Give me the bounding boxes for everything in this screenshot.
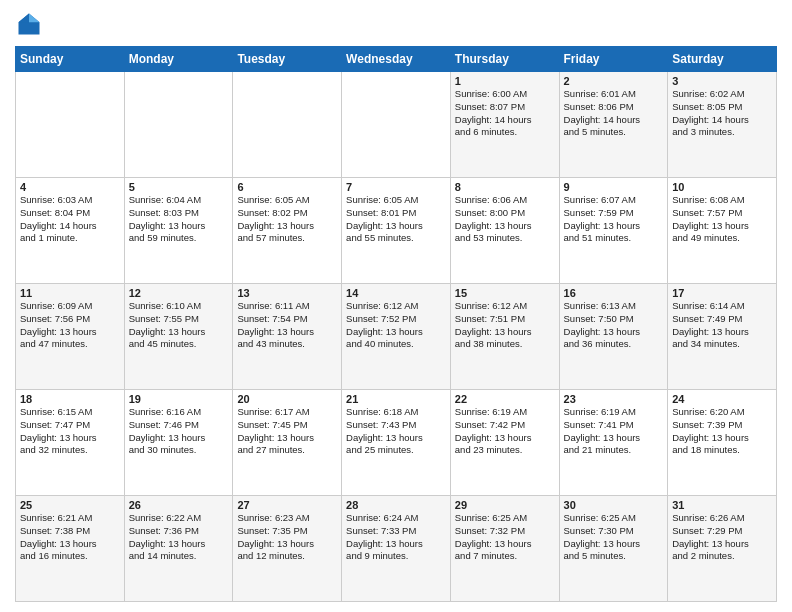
weekday-friday: Friday [559,47,668,72]
day-info: Sunrise: 6:13 AMSunset: 7:50 PMDaylight:… [564,300,664,351]
day-cell: 23Sunrise: 6:19 AMSunset: 7:41 PMDayligh… [559,390,668,496]
day-cell: 8Sunrise: 6:06 AMSunset: 8:00 PMDaylight… [450,178,559,284]
day-number: 29 [455,499,555,511]
week-row-1: 1Sunrise: 6:00 AMSunset: 8:07 PMDaylight… [16,72,777,178]
day-number: 27 [237,499,337,511]
day-info: Sunrise: 6:02 AMSunset: 8:05 PMDaylight:… [672,88,772,139]
day-number: 9 [564,181,664,193]
day-number: 28 [346,499,446,511]
day-number: 4 [20,181,120,193]
day-cell: 14Sunrise: 6:12 AMSunset: 7:52 PMDayligh… [342,284,451,390]
weekday-monday: Monday [124,47,233,72]
svg-marker-1 [29,14,40,23]
day-info: Sunrise: 6:14 AMSunset: 7:49 PMDaylight:… [672,300,772,351]
day-number: 24 [672,393,772,405]
day-number: 21 [346,393,446,405]
day-cell [233,72,342,178]
day-info: Sunrise: 6:09 AMSunset: 7:56 PMDaylight:… [20,300,120,351]
day-cell: 15Sunrise: 6:12 AMSunset: 7:51 PMDayligh… [450,284,559,390]
weekday-saturday: Saturday [668,47,777,72]
day-cell: 18Sunrise: 6:15 AMSunset: 7:47 PMDayligh… [16,390,125,496]
day-number: 31 [672,499,772,511]
weekday-header-row: SundayMondayTuesdayWednesdayThursdayFrid… [16,47,777,72]
week-row-4: 18Sunrise: 6:15 AMSunset: 7:47 PMDayligh… [16,390,777,496]
header [15,10,777,38]
day-info: Sunrise: 6:23 AMSunset: 7:35 PMDaylight:… [237,512,337,563]
day-cell: 9Sunrise: 6:07 AMSunset: 7:59 PMDaylight… [559,178,668,284]
day-info: Sunrise: 6:06 AMSunset: 8:00 PMDaylight:… [455,194,555,245]
day-info: Sunrise: 6:24 AMSunset: 7:33 PMDaylight:… [346,512,446,563]
day-cell: 10Sunrise: 6:08 AMSunset: 7:57 PMDayligh… [668,178,777,284]
day-number: 10 [672,181,772,193]
day-info: Sunrise: 6:12 AMSunset: 7:51 PMDaylight:… [455,300,555,351]
day-number: 16 [564,287,664,299]
day-number: 17 [672,287,772,299]
day-cell: 17Sunrise: 6:14 AMSunset: 7:49 PMDayligh… [668,284,777,390]
day-info: Sunrise: 6:00 AMSunset: 8:07 PMDaylight:… [455,88,555,139]
day-info: Sunrise: 6:19 AMSunset: 7:42 PMDaylight:… [455,406,555,457]
svg-marker-2 [19,14,30,23]
logo [15,10,47,38]
day-info: Sunrise: 6:12 AMSunset: 7:52 PMDaylight:… [346,300,446,351]
day-number: 6 [237,181,337,193]
day-cell: 20Sunrise: 6:17 AMSunset: 7:45 PMDayligh… [233,390,342,496]
day-cell: 31Sunrise: 6:26 AMSunset: 7:29 PMDayligh… [668,496,777,602]
day-cell: 12Sunrise: 6:10 AMSunset: 7:55 PMDayligh… [124,284,233,390]
day-cell: 28Sunrise: 6:24 AMSunset: 7:33 PMDayligh… [342,496,451,602]
day-number: 18 [20,393,120,405]
day-info: Sunrise: 6:05 AMSunset: 8:02 PMDaylight:… [237,194,337,245]
week-row-2: 4Sunrise: 6:03 AMSunset: 8:04 PMDaylight… [16,178,777,284]
day-cell: 4Sunrise: 6:03 AMSunset: 8:04 PMDaylight… [16,178,125,284]
day-cell: 6Sunrise: 6:05 AMSunset: 8:02 PMDaylight… [233,178,342,284]
day-info: Sunrise: 6:03 AMSunset: 8:04 PMDaylight:… [20,194,120,245]
day-number: 1 [455,75,555,87]
day-cell: 21Sunrise: 6:18 AMSunset: 7:43 PMDayligh… [342,390,451,496]
day-number: 13 [237,287,337,299]
day-info: Sunrise: 6:04 AMSunset: 8:03 PMDaylight:… [129,194,229,245]
day-cell: 1Sunrise: 6:00 AMSunset: 8:07 PMDaylight… [450,72,559,178]
weekday-sunday: Sunday [16,47,125,72]
day-info: Sunrise: 6:18 AMSunset: 7:43 PMDaylight:… [346,406,446,457]
week-row-5: 25Sunrise: 6:21 AMSunset: 7:38 PMDayligh… [16,496,777,602]
day-cell [16,72,125,178]
day-info: Sunrise: 6:25 AMSunset: 7:32 PMDaylight:… [455,512,555,563]
day-cell [342,72,451,178]
day-cell: 7Sunrise: 6:05 AMSunset: 8:01 PMDaylight… [342,178,451,284]
day-cell [124,72,233,178]
day-number: 19 [129,393,229,405]
day-cell: 22Sunrise: 6:19 AMSunset: 7:42 PMDayligh… [450,390,559,496]
day-number: 30 [564,499,664,511]
day-cell: 27Sunrise: 6:23 AMSunset: 7:35 PMDayligh… [233,496,342,602]
day-info: Sunrise: 6:20 AMSunset: 7:39 PMDaylight:… [672,406,772,457]
day-info: Sunrise: 6:15 AMSunset: 7:47 PMDaylight:… [20,406,120,457]
day-cell: 24Sunrise: 6:20 AMSunset: 7:39 PMDayligh… [668,390,777,496]
day-info: Sunrise: 6:11 AMSunset: 7:54 PMDaylight:… [237,300,337,351]
day-cell: 29Sunrise: 6:25 AMSunset: 7:32 PMDayligh… [450,496,559,602]
day-number: 5 [129,181,229,193]
page: SundayMondayTuesdayWednesdayThursdayFrid… [0,0,792,612]
day-number: 2 [564,75,664,87]
day-number: 11 [20,287,120,299]
day-info: Sunrise: 6:16 AMSunset: 7:46 PMDaylight:… [129,406,229,457]
day-cell: 13Sunrise: 6:11 AMSunset: 7:54 PMDayligh… [233,284,342,390]
day-cell: 25Sunrise: 6:21 AMSunset: 7:38 PMDayligh… [16,496,125,602]
day-info: Sunrise: 6:17 AMSunset: 7:45 PMDaylight:… [237,406,337,457]
calendar-table: SundayMondayTuesdayWednesdayThursdayFrid… [15,46,777,602]
day-cell: 2Sunrise: 6:01 AMSunset: 8:06 PMDaylight… [559,72,668,178]
day-number: 12 [129,287,229,299]
day-number: 3 [672,75,772,87]
weekday-wednesday: Wednesday [342,47,451,72]
day-info: Sunrise: 6:07 AMSunset: 7:59 PMDaylight:… [564,194,664,245]
day-number: 20 [237,393,337,405]
day-cell: 16Sunrise: 6:13 AMSunset: 7:50 PMDayligh… [559,284,668,390]
day-cell: 30Sunrise: 6:25 AMSunset: 7:30 PMDayligh… [559,496,668,602]
logo-icon [15,10,43,38]
day-info: Sunrise: 6:19 AMSunset: 7:41 PMDaylight:… [564,406,664,457]
week-row-3: 11Sunrise: 6:09 AMSunset: 7:56 PMDayligh… [16,284,777,390]
day-number: 25 [20,499,120,511]
day-number: 8 [455,181,555,193]
weekday-tuesday: Tuesday [233,47,342,72]
day-number: 7 [346,181,446,193]
day-cell: 3Sunrise: 6:02 AMSunset: 8:05 PMDaylight… [668,72,777,178]
day-number: 23 [564,393,664,405]
